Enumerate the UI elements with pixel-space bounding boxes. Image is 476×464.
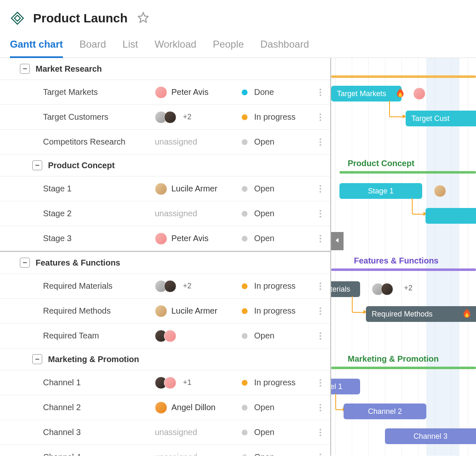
- status-cell[interactable]: In progress: [242, 306, 315, 316]
- more-menu-button[interactable]: [315, 210, 325, 218]
- assignee-cell[interactable]: unassigned: [155, 452, 242, 456]
- collapse-toggle-icon[interactable]: −: [20, 258, 30, 268]
- status-cell[interactable]: Open: [242, 403, 315, 412]
- gantt-task-bar[interactable]: Channel 2: [331, 399, 476, 423]
- assignee-name: Lucile Armer: [171, 306, 217, 316]
- collapse-toggle-icon[interactable]: −: [20, 64, 30, 74]
- more-menu-button[interactable]: [315, 235, 325, 242]
- task-row[interactable]: Required Team Open: [0, 324, 330, 348]
- more-menu-button[interactable]: [315, 379, 325, 387]
- avatar: [434, 185, 446, 197]
- assignee-cell[interactable]: Peter Avis: [155, 232, 242, 245]
- gantt-task-bar[interactable]: el 1: [331, 374, 476, 399]
- task-row[interactable]: Channel 4 unassigned Open: [0, 445, 330, 456]
- tab-gantt-chart[interactable]: Gantt chart: [10, 35, 63, 58]
- avatar: [155, 401, 167, 414]
- assignee-cell[interactable]: Peter Avis: [155, 86, 242, 99]
- gantt-task-bar[interactable]: Required Methods: [331, 301, 476, 326]
- avatar: [155, 86, 167, 99]
- assignee-cell[interactable]: +1: [155, 377, 242, 389]
- task-row[interactable]: Target Customers +2 In progress: [0, 105, 330, 130]
- status-cell[interactable]: Open: [242, 452, 315, 456]
- status-dot-icon: [242, 308, 248, 314]
- more-menu-button[interactable]: [315, 429, 325, 436]
- more-menu-button[interactable]: [315, 332, 325, 340]
- avatar: [155, 305, 167, 317]
- group-header-marketing[interactable]: − Marketing & Promotion: [0, 348, 330, 370]
- assignee-cell[interactable]: unassigned: [155, 209, 242, 218]
- gantt-task-bar[interactable]: [331, 203, 476, 228]
- task-name: Required Materials: [43, 281, 155, 291]
- gantt-task-bar: [331, 326, 476, 351]
- task-row[interactable]: Competitors Research unassigned Open: [0, 130, 330, 155]
- assignee-cell[interactable]: Lucile Armer: [155, 183, 242, 195]
- task-row[interactable]: Stage 3 Peter Avis Open: [0, 226, 330, 251]
- more-menu-button[interactable]: [315, 454, 325, 456]
- assignee-unassigned: unassigned: [155, 428, 197, 437]
- gantt-task-bar[interactable]: Channel 3: [331, 423, 476, 448]
- bar-label: el 1: [331, 382, 342, 391]
- status-cell[interactable]: In progress: [242, 281, 315, 291]
- status-label: In progress: [254, 281, 296, 291]
- gantt-group-bar: Features & Functions: [331, 253, 476, 276]
- collapse-toggle-icon[interactable]: −: [32, 354, 42, 364]
- assignee-cell[interactable]: unassigned: [155, 137, 242, 147]
- group-header-market-research[interactable]: − Market Research: [0, 58, 330, 80]
- assignee-cell[interactable]: Lucile Armer: [155, 305, 242, 317]
- more-menu-button[interactable]: [315, 185, 325, 193]
- more-menu-button[interactable]: [315, 404, 325, 411]
- assignee-cell[interactable]: unassigned: [155, 428, 242, 437]
- assignee-cell[interactable]: Angel Dillon: [155, 401, 242, 414]
- group-title: Marketing & Promotion: [48, 355, 139, 364]
- tab-workload[interactable]: Workload: [154, 35, 196, 58]
- task-row[interactable]: Channel 2 Angel Dillon Open: [0, 395, 330, 420]
- gantt-task-bar[interactable]: Target Cust: [331, 106, 476, 130]
- tab-board[interactable]: Board: [79, 35, 106, 58]
- status-cell[interactable]: In progress: [242, 378, 315, 387]
- status-cell[interactable]: Open: [242, 209, 315, 218]
- more-menu-button[interactable]: [315, 307, 325, 315]
- group-header-features[interactable]: − Features & Functions: [0, 252, 330, 274]
- status-cell[interactable]: Open: [242, 137, 315, 147]
- collapse-left-panel-button[interactable]: [331, 232, 344, 250]
- gantt-task-bar[interactable]: Target Markets: [331, 81, 476, 106]
- avatar: [164, 330, 176, 342]
- gantt-task-bar[interactable]: Stage 1: [331, 178, 476, 203]
- more-menu-button[interactable]: [315, 89, 325, 96]
- status-cell[interactable]: Open: [242, 234, 315, 243]
- gantt-group-label: Marketing & Promotion: [348, 354, 439, 364]
- task-row[interactable]: Stage 2 unassigned Open: [0, 201, 330, 226]
- assignee-cell[interactable]: +2: [155, 280, 242, 292]
- task-row[interactable]: Required Methods Lucile Armer In progres…: [0, 299, 330, 324]
- task-row[interactable]: Required Materials +2 In progress: [0, 274, 330, 299]
- status-label: Open: [254, 209, 274, 218]
- assignee-unassigned: unassigned: [155, 209, 197, 218]
- more-menu-button[interactable]: [315, 138, 325, 146]
- task-row[interactable]: Channel 1 +1 In progress: [0, 370, 330, 395]
- task-row[interactable]: Target Markets Peter Avis Done: [0, 80, 330, 105]
- status-label: In progress: [254, 112, 296, 122]
- more-menu-button[interactable]: [315, 114, 325, 121]
- assignee-cell[interactable]: +2: [155, 111, 242, 123]
- task-row[interactable]: Stage 1 Lucile Armer Open: [0, 176, 330, 201]
- assignee-cell[interactable]: [155, 330, 242, 342]
- tab-people[interactable]: People: [213, 35, 244, 58]
- status-dot-icon: [242, 430, 248, 435]
- status-cell[interactable]: Open: [242, 428, 315, 437]
- collapse-toggle-icon[interactable]: −: [32, 160, 42, 170]
- tab-dashboard[interactable]: Dashboard: [260, 35, 309, 58]
- status-cell[interactable]: Done: [242, 87, 315, 97]
- favorite-button[interactable]: [136, 10, 151, 26]
- group-header-product-concept[interactable]: − Product Concept: [0, 155, 330, 176]
- assignee-name: Lucile Armer: [171, 184, 217, 193]
- gantt-group-bar: Product Concept: [331, 155, 476, 178]
- task-row[interactable]: Channel 3 unassigned Open: [0, 420, 330, 445]
- tab-list[interactable]: List: [123, 35, 138, 58]
- gantt-task-bar[interactable]: terials +2: [331, 276, 476, 301]
- status-cell[interactable]: Open: [242, 331, 315, 341]
- status-dot-icon: [242, 211, 248, 217]
- status-cell[interactable]: In progress: [242, 112, 315, 122]
- status-cell[interactable]: Open: [242, 184, 315, 193]
- more-menu-button[interactable]: [315, 283, 325, 290]
- gantt-panel[interactable]: Target Markets Target Cust Product Conce…: [331, 58, 476, 456]
